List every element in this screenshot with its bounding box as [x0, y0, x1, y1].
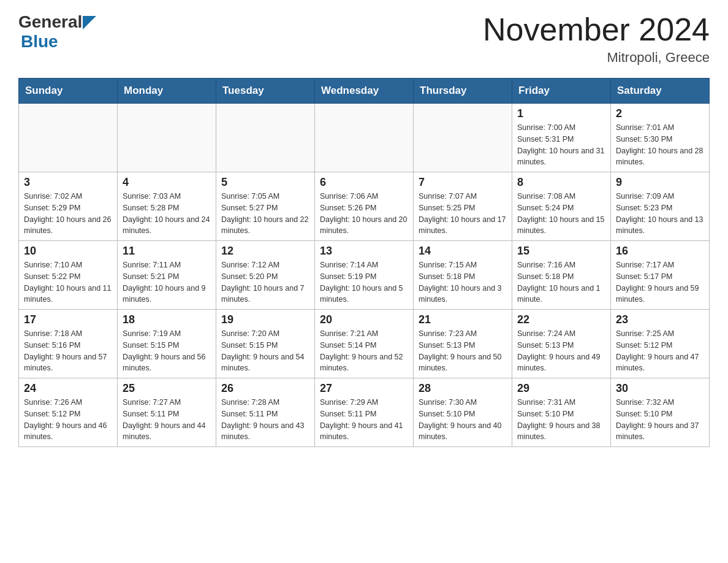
- day-info: Sunrise: 7:24 AMSunset: 5:13 PMDaylight:…: [517, 328, 605, 374]
- day-number: 22: [517, 313, 605, 326]
- day-number: 12: [221, 245, 309, 258]
- calendar-cell: 20Sunrise: 7:21 AMSunset: 5:14 PMDayligh…: [315, 310, 414, 378]
- day-info: Sunrise: 7:18 AMSunset: 5:16 PMDaylight:…: [24, 328, 112, 374]
- calendar-cell: 30Sunrise: 7:32 AMSunset: 5:10 PMDayligh…: [611, 378, 710, 447]
- day-number: 29: [517, 382, 605, 395]
- day-info: Sunrise: 7:25 AMSunset: 5:12 PMDaylight:…: [616, 328, 704, 374]
- calendar-cell: 27Sunrise: 7:29 AMSunset: 5:11 PMDayligh…: [315, 378, 414, 447]
- calendar-cell: 17Sunrise: 7:18 AMSunset: 5:16 PMDayligh…: [19, 310, 118, 378]
- day-number: 9: [616, 176, 704, 189]
- day-info: Sunrise: 7:31 AMSunset: 5:10 PMDaylight:…: [517, 397, 605, 443]
- day-info: Sunrise: 7:27 AMSunset: 5:11 PMDaylight:…: [123, 397, 211, 443]
- calendar-week-1: 1Sunrise: 7:00 AMSunset: 5:31 PMDaylight…: [19, 104, 710, 172]
- calendar-title-block: November 2024 Mitropoli, Greece: [483, 12, 710, 66]
- calendar-cell: 26Sunrise: 7:28 AMSunset: 5:11 PMDayligh…: [216, 378, 315, 447]
- calendar-header-wednesday: Wednesday: [315, 79, 414, 104]
- calendar-cell: 28Sunrise: 7:30 AMSunset: 5:10 PMDayligh…: [414, 378, 512, 447]
- calendar-cell: 19Sunrise: 7:20 AMSunset: 5:15 PMDayligh…: [216, 310, 315, 378]
- day-number: 3: [24, 176, 112, 189]
- day-number: 17: [24, 313, 112, 326]
- day-number: 15: [517, 245, 605, 258]
- logo-general-text: General: [18, 12, 82, 32]
- day-info: Sunrise: 7:26 AMSunset: 5:12 PMDaylight:…: [24, 397, 112, 443]
- calendar-week-2: 3Sunrise: 7:02 AMSunset: 5:29 PMDaylight…: [19, 172, 710, 241]
- calendar-cell: 13Sunrise: 7:14 AMSunset: 5:19 PMDayligh…: [315, 241, 414, 310]
- calendar-cell: 10Sunrise: 7:10 AMSunset: 5:22 PMDayligh…: [19, 241, 118, 310]
- day-info: Sunrise: 7:17 AMSunset: 5:17 PMDaylight:…: [616, 259, 704, 305]
- day-info: Sunrise: 7:12 AMSunset: 5:20 PMDaylight:…: [221, 259, 309, 305]
- calendar-cell: 9Sunrise: 7:09 AMSunset: 5:23 PMDaylight…: [611, 172, 710, 241]
- logo-blue-text: Blue: [21, 32, 58, 52]
- calendar-cell: 2Sunrise: 7:01 AMSunset: 5:30 PMDaylight…: [611, 104, 710, 172]
- calendar-cell: [315, 104, 414, 172]
- day-info: Sunrise: 7:06 AMSunset: 5:26 PMDaylight:…: [320, 191, 408, 237]
- day-info: Sunrise: 7:11 AMSunset: 5:21 PMDaylight:…: [123, 259, 211, 305]
- day-number: 13: [320, 245, 408, 258]
- calendar-week-5: 24Sunrise: 7:26 AMSunset: 5:12 PMDayligh…: [19, 378, 710, 447]
- calendar-cell: [414, 104, 512, 172]
- calendar-header-row: SundayMondayTuesdayWednesdayThursdayFrid…: [19, 79, 710, 104]
- day-number: 18: [123, 313, 211, 326]
- calendar-cell: 3Sunrise: 7:02 AMSunset: 5:29 PMDaylight…: [19, 172, 118, 241]
- day-info: Sunrise: 7:28 AMSunset: 5:11 PMDaylight:…: [221, 397, 309, 443]
- day-info: Sunrise: 7:08 AMSunset: 5:24 PMDaylight:…: [517, 191, 605, 237]
- calendar-cell: 5Sunrise: 7:05 AMSunset: 5:27 PMDaylight…: [216, 172, 315, 241]
- calendar-cell: 22Sunrise: 7:24 AMSunset: 5:13 PMDayligh…: [512, 310, 611, 378]
- day-number: 7: [419, 176, 507, 189]
- day-number: 6: [320, 176, 408, 189]
- day-number: 24: [24, 382, 112, 395]
- calendar-cell: 25Sunrise: 7:27 AMSunset: 5:11 PMDayligh…: [118, 378, 216, 447]
- day-number: 19: [221, 313, 309, 326]
- calendar-cell: 18Sunrise: 7:19 AMSunset: 5:15 PMDayligh…: [118, 310, 216, 378]
- day-number: 21: [419, 313, 507, 326]
- calendar-header-thursday: Thursday: [414, 79, 512, 104]
- day-number: 16: [616, 245, 704, 258]
- calendar-subtitle: Mitropoli, Greece: [483, 50, 710, 66]
- day-info: Sunrise: 7:00 AMSunset: 5:31 PMDaylight:…: [517, 122, 605, 168]
- calendar-week-3: 10Sunrise: 7:10 AMSunset: 5:22 PMDayligh…: [19, 241, 710, 310]
- calendar-cell: 16Sunrise: 7:17 AMSunset: 5:17 PMDayligh…: [611, 241, 710, 310]
- logo-triangle-icon: [83, 16, 96, 29]
- calendar-cell: 24Sunrise: 7:26 AMSunset: 5:12 PMDayligh…: [19, 378, 118, 447]
- day-info: Sunrise: 7:29 AMSunset: 5:11 PMDaylight:…: [320, 397, 408, 443]
- day-info: Sunrise: 7:07 AMSunset: 5:25 PMDaylight:…: [419, 191, 507, 237]
- day-info: Sunrise: 7:15 AMSunset: 5:18 PMDaylight:…: [419, 259, 507, 305]
- calendar-header-tuesday: Tuesday: [216, 79, 315, 104]
- calendar-cell: 6Sunrise: 7:06 AMSunset: 5:26 PMDaylight…: [315, 172, 414, 241]
- day-number: 8: [517, 176, 605, 189]
- day-number: 10: [24, 245, 112, 258]
- day-number: 20: [320, 313, 408, 326]
- day-info: Sunrise: 7:20 AMSunset: 5:15 PMDaylight:…: [221, 328, 309, 374]
- calendar-cell: 4Sunrise: 7:03 AMSunset: 5:28 PMDaylight…: [118, 172, 216, 241]
- calendar-cell: 21Sunrise: 7:23 AMSunset: 5:13 PMDayligh…: [414, 310, 512, 378]
- calendar-header-friday: Friday: [512, 79, 611, 104]
- day-info: Sunrise: 7:19 AMSunset: 5:15 PMDaylight:…: [123, 328, 211, 374]
- calendar-cell: [118, 104, 216, 172]
- calendar-week-4: 17Sunrise: 7:18 AMSunset: 5:16 PMDayligh…: [19, 310, 710, 378]
- calendar-table: SundayMondayTuesdayWednesdayThursdayFrid…: [18, 78, 710, 447]
- day-number: 14: [419, 245, 507, 258]
- day-info: Sunrise: 7:32 AMSunset: 5:10 PMDaylight:…: [616, 397, 704, 443]
- day-info: Sunrise: 7:01 AMSunset: 5:30 PMDaylight:…: [616, 122, 704, 168]
- calendar-cell: 12Sunrise: 7:12 AMSunset: 5:20 PMDayligh…: [216, 241, 315, 310]
- day-info: Sunrise: 7:02 AMSunset: 5:29 PMDaylight:…: [24, 191, 112, 237]
- day-info: Sunrise: 7:09 AMSunset: 5:23 PMDaylight:…: [616, 191, 704, 237]
- calendar-title: November 2024: [483, 12, 710, 47]
- day-info: Sunrise: 7:23 AMSunset: 5:13 PMDaylight:…: [419, 328, 507, 374]
- day-number: 26: [221, 382, 309, 395]
- calendar-cell: [19, 104, 118, 172]
- day-number: 23: [616, 313, 704, 326]
- calendar-cell: [216, 104, 315, 172]
- calendar-cell: 11Sunrise: 7:11 AMSunset: 5:21 PMDayligh…: [118, 241, 216, 310]
- calendar-cell: 29Sunrise: 7:31 AMSunset: 5:10 PMDayligh…: [512, 378, 611, 447]
- calendar-cell: 14Sunrise: 7:15 AMSunset: 5:18 PMDayligh…: [414, 241, 512, 310]
- calendar-header-saturday: Saturday: [611, 79, 710, 104]
- day-number: 1: [517, 107, 605, 120]
- day-info: Sunrise: 7:10 AMSunset: 5:22 PMDaylight:…: [24, 259, 112, 305]
- svg-marker-0: [83, 16, 96, 29]
- day-number: 25: [123, 382, 211, 395]
- calendar-cell: 1Sunrise: 7:00 AMSunset: 5:31 PMDaylight…: [512, 104, 611, 172]
- day-info: Sunrise: 7:16 AMSunset: 5:18 PMDaylight:…: [517, 259, 605, 305]
- day-info: Sunrise: 7:05 AMSunset: 5:27 PMDaylight:…: [221, 191, 309, 237]
- day-info: Sunrise: 7:21 AMSunset: 5:14 PMDaylight:…: [320, 328, 408, 374]
